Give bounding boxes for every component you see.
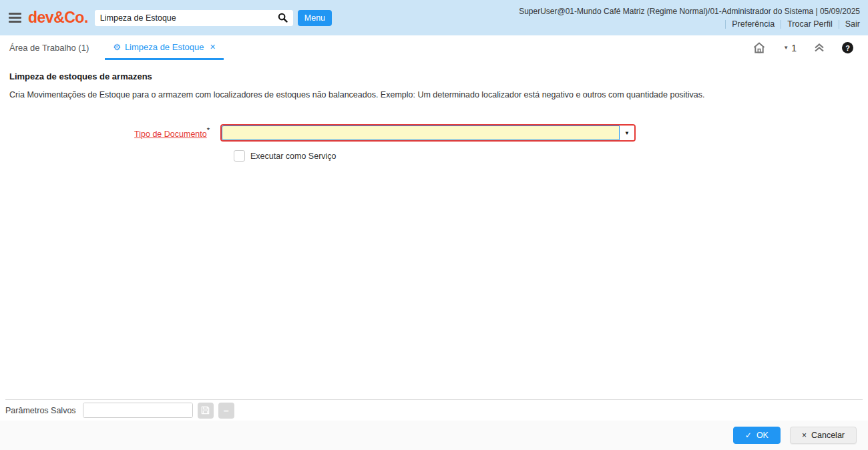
cancel-button[interactable]: × Cancelar (790, 427, 857, 444)
change-role-link[interactable]: Trocar Perfil (787, 19, 833, 29)
divider (781, 20, 781, 29)
open-windows-count: 1 (791, 43, 797, 53)
tab-bar: Área de Trabalho (1) ⚙ Limpeza de Estoqu… (0, 35, 868, 60)
tab-limpeza-de-estoque[interactable]: ⚙ Limpeza de Estoque × (105, 35, 223, 60)
caret-down-icon: ▼ (624, 130, 630, 136)
ok-button-label: OK (756, 431, 769, 440)
open-windows-selector[interactable]: ▼ 1 (783, 43, 797, 53)
save-icon (201, 406, 210, 415)
document-type-dropdown-button[interactable]: ▼ (620, 126, 634, 140)
divider (839, 20, 839, 29)
run-as-service-checkbox[interactable] (234, 150, 245, 162)
hamburger-menu-icon[interactable] (9, 13, 21, 23)
document-type-label-cell: Tipo de Documento* (9, 126, 220, 140)
run-as-service-label: Executar como Serviço (250, 152, 337, 161)
process-panel: Limpeza de estoques de armazens Cria Mov… (0, 60, 868, 399)
session-info: SuperUser@01-Mundo Café Matriz (Regime N… (519, 7, 860, 16)
saved-parameters-combobox: ▼ (83, 403, 193, 418)
process-description: Cria Movimentações de Estoque para o arm… (9, 90, 859, 99)
home-icon[interactable] (752, 41, 766, 54)
logout-link[interactable]: Sair (845, 19, 860, 29)
help-icon[interactable]: ? (842, 42, 853, 53)
global-search (95, 10, 293, 26)
save-parameters-button[interactable] (198, 403, 214, 419)
process-title: Limpeza de estoques de armazens (9, 71, 859, 81)
delete-parameters-button[interactable]: – (218, 403, 234, 419)
saved-parameters-label: Parâmetros Salvos (5, 406, 76, 415)
header-right: SuperUser@01-Mundo Café Matriz (Regime N… (519, 7, 860, 29)
tab-workspace[interactable]: Área de Trabalho (1) (0, 35, 97, 60)
header-links: Preferência Trocar Perfil Sair (719, 19, 860, 29)
document-type-row: Tipo de Documento* ▼ (9, 124, 859, 142)
saved-parameters-row: Parâmetros Salvos ▼ – (0, 400, 868, 421)
saved-parameters-input[interactable] (83, 403, 193, 417)
brand-logo: dev&Co. (28, 9, 88, 27)
close-icon: × (802, 431, 807, 440)
required-marker: * (207, 126, 210, 134)
document-type-combobox: ▼ (220, 124, 636, 142)
ok-button[interactable]: ✓ OK (733, 427, 781, 444)
search-icon[interactable] (273, 10, 293, 26)
run-as-service-row: Executar como Serviço (234, 150, 859, 162)
search-input[interactable] (95, 11, 273, 25)
tabbar-actions: ▼ 1 ? (752, 35, 868, 60)
minus-icon: – (224, 405, 229, 416)
document-type-input[interactable] (222, 126, 620, 140)
caret-down-icon: ▼ (783, 45, 789, 51)
divider (725, 20, 726, 29)
preferences-link[interactable]: Preferência (732, 19, 775, 29)
check-icon: ✓ (745, 431, 752, 440)
app-header: dev&Co. Menu SuperUser@01-Mundo Café Mat… (0, 0, 868, 35)
cancel-button-label: Cancelar (811, 431, 845, 440)
tab-label: Limpeza de Estoque (125, 42, 204, 52)
content-spacer (9, 162, 859, 399)
menu-button[interactable]: Menu (298, 10, 332, 26)
close-tab-icon[interactable]: × (210, 41, 215, 52)
collapse-all-icon[interactable] (814, 43, 825, 53)
document-type-label[interactable]: Tipo de Documento (134, 130, 207, 139)
gear-icon: ⚙ (113, 42, 121, 52)
action-bar: ✓ OK × Cancelar (0, 421, 868, 450)
